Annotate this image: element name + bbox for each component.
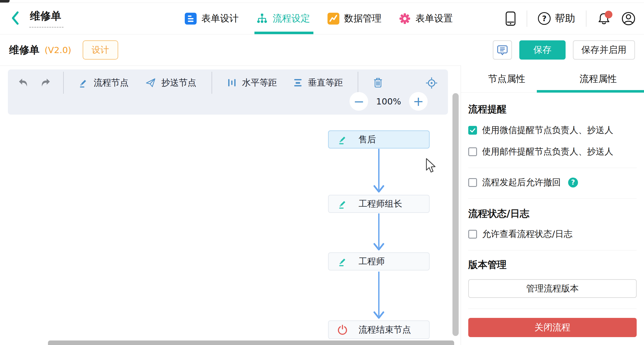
flow-settings-icon xyxy=(256,13,268,25)
email-reminder-checkbox[interactable] xyxy=(468,147,477,156)
tab-flow-properties[interactable]: 流程属性 xyxy=(553,65,644,92)
undo-icon[interactable] xyxy=(18,78,29,88)
flow-node-gongchengshi[interactable]: 工程师 xyxy=(328,252,430,270)
tab-label: 表单设置 xyxy=(416,12,453,25)
save-button[interactable]: 保存 xyxy=(519,40,566,60)
divider xyxy=(586,10,586,27)
form-design-icon xyxy=(185,13,197,25)
divider xyxy=(468,198,637,199)
properties-panel: 节点属性 流程属性 流程提醒 使用微信提醒节点负责人、抄送人 使用邮件提醒节点负… xyxy=(461,65,644,345)
tab-label: 表单设计 xyxy=(201,12,239,25)
canvas-toolbar: 流程节点 抄送节点 水平等距 xyxy=(8,69,448,115)
back-button[interactable] xyxy=(10,10,23,26)
redo-icon[interactable] xyxy=(40,78,51,88)
help-button[interactable]: ? 帮助 xyxy=(538,12,575,25)
wechat-reminder-row: 使用微信提醒节点负责人、抄送人 xyxy=(468,124,637,136)
vertical-distribute-button[interactable]: 垂直等距 xyxy=(293,77,343,89)
flow-edge xyxy=(372,213,386,252)
horizontal-distribute-button[interactable]: 水平等距 xyxy=(227,77,277,89)
checkbox-label: 允许查看流程状态/日志 xyxy=(482,228,572,240)
divider xyxy=(468,250,637,250)
pencil-icon xyxy=(337,256,348,267)
add-cc-node-button[interactable]: 抄送节点 xyxy=(145,77,196,89)
manage-versions-button[interactable]: 管理流程版本 xyxy=(468,279,637,298)
help-circle-icon[interactable]: ? xyxy=(568,178,578,187)
section-title-status-log: 流程状态/日志 xyxy=(468,207,637,220)
node-label: 流程结束节点 xyxy=(359,324,411,336)
chevron-left-icon xyxy=(10,11,21,25)
cc-node-plane-icon xyxy=(145,77,156,88)
form-subheader: 维修单 (V2.0) 设计 保存 保存并启用 xyxy=(0,34,644,66)
tab-flow-settings[interactable]: 流程设定 xyxy=(256,3,310,34)
locate-icon[interactable] xyxy=(425,76,438,91)
section-title-version: 版本管理 xyxy=(468,258,637,271)
header-right-actions: ? 帮助 xyxy=(505,3,636,34)
power-icon xyxy=(337,324,348,335)
toolbar-label: 水平等距 xyxy=(242,77,277,89)
divider xyxy=(358,72,358,94)
tab-data-management[interactable]: 数据管理 xyxy=(328,3,381,34)
flow-edge xyxy=(372,272,386,320)
divider xyxy=(468,168,637,168)
divider xyxy=(212,72,212,94)
tab-node-properties[interactable]: 节点属性 xyxy=(461,65,553,92)
panel-body: 流程提醒 使用微信提醒节点负责人、抄送人 使用邮件提醒节点负责人、抄送人 流程发… xyxy=(461,103,644,337)
add-process-node-button[interactable]: 流程节点 xyxy=(78,77,129,89)
form-title: 维修单 xyxy=(9,43,39,57)
save-and-enable-button[interactable]: 保存并启用 xyxy=(573,40,635,60)
email-reminder-row: 使用邮件提醒节点负责人、抄送人 xyxy=(468,146,637,158)
vertical-distribute-icon xyxy=(293,78,303,88)
mobile-preview-icon[interactable] xyxy=(505,11,516,26)
vertical-scrollbar[interactable] xyxy=(452,93,459,336)
panel-tab-label: 流程属性 xyxy=(580,73,617,85)
notification-dot xyxy=(605,11,612,18)
checkbox-label: 使用微信提醒节点负责人、抄送人 xyxy=(482,124,613,136)
toolbar-label: 流程节点 xyxy=(94,77,129,89)
divider xyxy=(468,309,637,309)
toolbar-label: 垂直等距 xyxy=(308,77,343,89)
tab-form-design[interactable]: 表单设计 xyxy=(185,3,239,34)
tab-form-settings[interactable]: 表单设置 xyxy=(399,3,453,34)
window-notch xyxy=(0,0,10,3)
avatar-icon[interactable] xyxy=(621,12,636,26)
zoom-in-button[interactable]: + xyxy=(409,92,428,111)
divider xyxy=(63,72,64,94)
horizontal-scrollbar[interactable] xyxy=(48,340,454,345)
flow-node-end[interactable]: 流程结束节点 xyxy=(328,320,430,339)
node-label: 售后 xyxy=(359,134,376,145)
flow-edge xyxy=(372,149,386,194)
flow-node-shouhou[interactable]: 售后 xyxy=(328,130,430,149)
view-status-checkbox[interactable] xyxy=(468,230,477,239)
wechat-reminder-checkbox[interactable] xyxy=(468,126,477,135)
comment-button[interactable] xyxy=(493,40,512,60)
withdraw-checkbox[interactable] xyxy=(468,178,477,187)
version-badge: (V2.0) xyxy=(45,45,71,55)
tab-label: 数据管理 xyxy=(344,12,381,25)
notification-bell-button[interactable] xyxy=(597,12,611,25)
trash-icon[interactable] xyxy=(373,77,383,88)
process-node-pencil-icon xyxy=(78,77,89,88)
node-label: 工程师 xyxy=(359,256,385,267)
checkbox-label: 使用邮件提醒节点负责人、抄送人 xyxy=(482,146,613,158)
help-icon: ? xyxy=(538,12,551,25)
divider xyxy=(527,10,527,27)
zoom-out-button[interactable]: − xyxy=(350,92,368,111)
flow-node-gongchengshizuzhang[interactable]: 工程师组长 xyxy=(328,195,430,213)
checkbox-label: 流程发起后允许撤回 xyxy=(482,176,561,188)
withdraw-row: 流程发起后允许撤回 ? xyxy=(468,176,637,188)
pencil-icon xyxy=(337,134,348,145)
pencil-icon xyxy=(337,198,348,209)
data-management-icon xyxy=(328,13,339,25)
close-flow-button[interactable]: 关闭流程 xyxy=(468,318,637,337)
design-button[interactable]: 设计 xyxy=(83,40,118,60)
comment-icon xyxy=(496,44,508,56)
mouse-cursor xyxy=(425,158,437,176)
node-label: 工程师组长 xyxy=(359,198,402,210)
flow-canvas[interactable]: 流程节点 抄送节点 水平等距 xyxy=(0,66,461,345)
horizontal-distribute-icon xyxy=(227,78,237,88)
app-header: 维修单 表单设计 流程设定 数据管理 xyxy=(0,3,644,34)
page-title: 维修单 xyxy=(29,9,63,28)
zoom-controls: − 100% + xyxy=(350,92,428,111)
help-label: 帮助 xyxy=(555,12,575,25)
subheader-actions: 保存 保存并启用 xyxy=(493,40,635,60)
